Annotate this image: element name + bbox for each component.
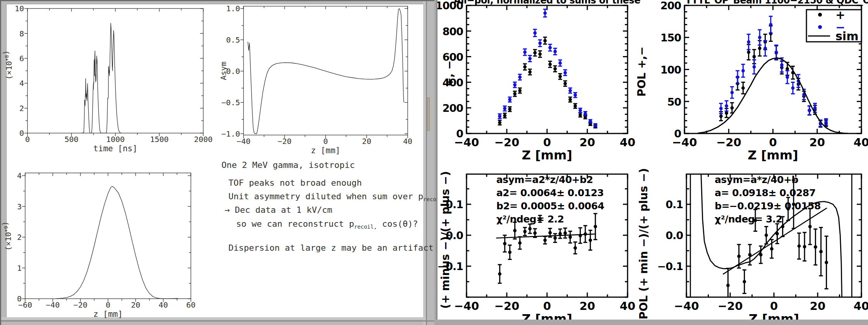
svg-text:40: 40: [403, 137, 412, 146]
plot-gauss: −60−40−20020406001234z [mm](×10+9): [0, 171, 196, 319]
svg-text:Asym: Asym: [219, 62, 228, 80]
svg-text:+, −: +, −: [443, 60, 456, 86]
svg-text:0: 0: [543, 299, 551, 313]
svg-text:Z [mm]: Z [mm]: [522, 311, 572, 320]
svg-text:−0.1: −0.1: [657, 260, 683, 272]
note-line: TOF peaks not broad enough: [228, 178, 362, 188]
svg-text:z [mm]: z [mm]: [311, 146, 340, 155]
svg-text:0: 0: [19, 128, 24, 138]
note-line: One 2 MeV gamma, isotropic: [221, 160, 355, 170]
svg-text:20: 20: [362, 137, 371, 146]
svg-text:−0.5: −0.5: [221, 98, 240, 107]
left-plot-window: 05001000150020000246810time [ns](×10+8)−…: [0, 0, 434, 325]
svg-text:asym=a2*z/40+b2: asym=a2*z/40+b2: [496, 174, 593, 185]
svg-text:0: 0: [769, 136, 777, 149]
plot-polsim: −40−2002040050100150200Z [mm]POL +,−TTTL…: [635, 0, 868, 162]
svg-text:−40: −40: [674, 299, 699, 313]
svg-text:Z [mm]: Z [mm]: [749, 311, 799, 320]
note-text: TOF peaks not broad enough: [228, 178, 362, 188]
note-line: so we can reconstruct precoil, cos(θ)?: [236, 219, 418, 230]
svg-text:40: 40: [620, 299, 635, 313]
svg-text:1500: 1500: [150, 135, 168, 144]
svg-text:8: 8: [19, 29, 24, 38]
note-text: → Dec data at 1 kV/cm: [225, 205, 332, 215]
svg-text:4: 4: [19, 79, 24, 88]
svg-text:POL (+ min −)/(+ plus −): POL (+ min −)/(+ plus −): [637, 168, 650, 319]
svg-text:20: 20: [810, 299, 825, 313]
svg-text:0.5: 0.5: [226, 35, 240, 44]
svg-text:0: 0: [25, 135, 30, 144]
plot-allpol: −40−200204002004006008001000Z [mm]+, −Al…: [437, 0, 640, 162]
svg-text:800: 800: [443, 26, 463, 38]
svg-text:All−pol; normalized to sums of: All−pol; normalized to sums of these: [454, 0, 640, 6]
svg-text:20: 20: [580, 299, 595, 313]
svg-text:0: 0: [770, 299, 778, 313]
svg-text:−40: −40: [46, 300, 60, 310]
svg-text:(+ minus −)/(+ plus −): (+ minus −)/(+ plus −): [439, 171, 452, 309]
svg-text:a= 0.0918± 0.0287: a= 0.0918± 0.0287: [715, 187, 816, 198]
note-text: Unit asymmetry diluted when sum over p: [228, 192, 423, 201]
svg-text:50: 50: [667, 96, 681, 108]
note-line: Dispersion at large z may be an artifact: [228, 243, 434, 253]
svg-text:time [ns]: time [ns]: [93, 144, 137, 153]
svg-text:0: 0: [106, 300, 110, 310]
svg-text:3: 3: [17, 202, 22, 211]
plot-asymfit: −40−2002040−0.10.00.1Z [mm](+ minus −)/(…: [437, 171, 635, 320]
svg-text:500: 500: [64, 135, 78, 144]
svg-text:20: 20: [580, 136, 595, 149]
svg-text:40: 40: [620, 136, 635, 149]
svg-text:1.0: 1.0: [226, 4, 240, 13]
svg-text:20: 20: [131, 300, 140, 310]
svg-text:150: 150: [660, 32, 681, 44]
right-plots-svg: −40−200204002004006008001000Z [mm]+, −Al…: [437, 0, 868, 320]
svg-text:TTTL_OP_Beam 1100−2150 & QDC_O: TTTL_OP_Beam 1100−2150 & QDC_OP_ON: [685, 0, 868, 6]
svg-text:1000: 1000: [106, 135, 125, 144]
svg-text:20: 20: [810, 136, 825, 149]
svg-text:z [mm]: z [mm]: [93, 310, 123, 319]
svg-text:0: 0: [17, 294, 22, 303]
right-window-edge-left: [436, 0, 437, 320]
svg-text:0.1: 0.1: [666, 198, 683, 210]
svg-text:0: 0: [456, 128, 463, 140]
svg-text:1: 1: [17, 263, 22, 273]
svg-text:0: 0: [674, 128, 681, 140]
svg-text:200: 200: [660, 0, 681, 12]
note-text: cos(θ)?: [377, 219, 418, 229]
svg-text:−20: −20: [278, 137, 292, 146]
note-line: → Dec data at 1 kV/cm: [225, 205, 332, 215]
svg-text:Z [mm]: Z [mm]: [748, 148, 798, 162]
svg-text:6: 6: [19, 54, 24, 63]
svg-text:4: 4: [17, 171, 22, 180]
plot-tof: 05001000150020000246810time [ns](×10+8): [1, 4, 213, 153]
desktop: 05001000150020000246810time [ns](×10+8)−…: [0, 0, 868, 325]
svg-text:0.0: 0.0: [226, 67, 240, 76]
svg-text:−20: −20: [716, 136, 741, 149]
svg-text:200: 200: [443, 102, 463, 114]
svg-text:40: 40: [854, 136, 868, 149]
svg-text:asym=a*z/40+b: asym=a*z/40+b: [715, 174, 798, 185]
svg-text:100: 100: [660, 64, 681, 76]
svg-text:χ²/ndeg= 2.2: χ²/ndeg= 2.2: [496, 214, 564, 225]
svg-text:sim: sim: [835, 29, 858, 43]
svg-text:10: 10: [15, 4, 24, 13]
svg-text:POL +,−: POL +,−: [635, 46, 648, 96]
svg-text:0: 0: [543, 136, 551, 149]
svg-text:−20: −20: [718, 299, 743, 313]
svg-text:−20: −20: [494, 299, 520, 313]
svg-text:60: 60: [186, 300, 196, 310]
svg-text:b=−0.0219± 0.0158: b=−0.0219± 0.0158: [715, 200, 821, 212]
plot-asym: −40−2002040−1.0−0.50.00.51.0z [mm]Asym: [219, 4, 412, 155]
plot-polasym: −40−2002040−0.10.00.1Z [mm]POL (+ min −)…: [637, 167, 868, 320]
svg-text:Z [mm]: Z [mm]: [522, 148, 572, 162]
svg-text:(×10+8): (×10+8): [1, 50, 14, 80]
svg-text:−1.0: −1.0: [221, 129, 240, 139]
note-text: Dispersion at large z may be an artifact: [228, 243, 434, 253]
svg-text:2000: 2000: [194, 135, 213, 144]
svg-text:0: 0: [323, 137, 328, 146]
note-subscript: recoil,: [354, 224, 377, 230]
svg-text:40: 40: [854, 299, 868, 313]
svg-text:0.0: 0.0: [666, 229, 683, 241]
svg-text:−20: −20: [494, 136, 520, 149]
note-text: One 2 MeV gamma, isotropic: [221, 160, 355, 170]
svg-text:b2= 0.0005± 0.0064: b2= 0.0005± 0.0064: [496, 200, 604, 212]
